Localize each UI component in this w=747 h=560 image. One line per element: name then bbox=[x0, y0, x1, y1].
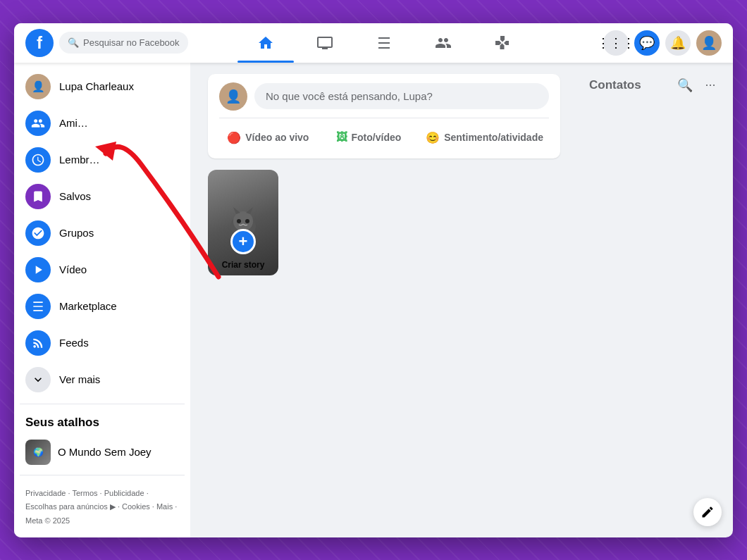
facebook-logo[interactable]: f bbox=[25, 29, 54, 57]
contacts-search-button[interactable]: 🔍 bbox=[674, 74, 696, 97]
friends-icon bbox=[25, 111, 51, 136]
shortcut-omundo-label: O Mundo Sem Joey bbox=[58, 446, 152, 458]
nav-right: ⋮⋮⋮ 💬 🔔 👤 bbox=[581, 30, 722, 56]
nav-left: f 🔍 Pesquisar no Facebook bbox=[25, 29, 188, 57]
tab-people[interactable] bbox=[415, 23, 471, 63]
center-feed: 👤 No que você está pensando, Lupa? 🔴 Víd… bbox=[190, 63, 578, 537]
main-content: 👤 Lupa Charleaux Ami… Lembr… bbox=[14, 63, 733, 537]
photo-label: Foto/vídeo bbox=[352, 132, 402, 143]
feeling-label: Sentimento/atividade bbox=[444, 132, 543, 143]
sidebar-item-profile[interactable]: 👤 Lupa Charleaux bbox=[20, 68, 185, 105]
sidebar-item-groups[interactable]: Grupos bbox=[20, 215, 185, 251]
friends-label: Ami… bbox=[59, 117, 88, 129]
more-label: Ver mais bbox=[59, 373, 100, 385]
notifications-button[interactable]: 🔔 bbox=[665, 30, 691, 56]
contacts-options-button[interactable]: ··· bbox=[699, 74, 722, 97]
composer-input[interactable]: No que você está pensando, Lupa? bbox=[254, 83, 549, 109]
shortcut-omundo[interactable]: 🌍 O Mundo Sem Joey bbox=[20, 435, 185, 469]
search-icon: 🔍 bbox=[68, 37, 79, 48]
tab-home[interactable] bbox=[237, 23, 294, 63]
memories-label: Lembr… bbox=[59, 154, 100, 166]
edit-float-button[interactable] bbox=[693, 498, 722, 526]
sidebar-item-saved[interactable]: Salvos bbox=[20, 178, 185, 215]
feeling-icon: 😊 bbox=[426, 131, 440, 144]
tab-watch[interactable] bbox=[297, 23, 353, 63]
svg-point-1 bbox=[233, 211, 253, 231]
composer-action-live[interactable]: 🔴 Vídeo ao vivo bbox=[219, 125, 317, 150]
sidebar-divider-1 bbox=[20, 404, 185, 404]
live-label: Vídeo ao vivo bbox=[245, 132, 309, 143]
search-bar[interactable]: 🔍 Pesquisar no Facebook bbox=[59, 32, 188, 54]
saved-label: Salvos bbox=[59, 190, 91, 202]
feeds-icon bbox=[25, 330, 51, 356]
grid-menu-button[interactable]: ⋮⋮⋮ bbox=[603, 30, 629, 56]
sidebar-item-video[interactable]: Vídeo bbox=[20, 251, 185, 288]
composer-actions: 🔴 Vídeo ao vivo 🖼 Foto/vídeo 😊 Sentiment… bbox=[219, 118, 549, 150]
marketplace-label: Marketplace bbox=[59, 300, 117, 312]
groups-icon bbox=[25, 220, 51, 246]
footer-terms[interactable]: Termos bbox=[72, 489, 97, 497]
top-navigation: f 🔍 Pesquisar no Facebook bbox=[14, 23, 733, 63]
messenger-button[interactable]: 💬 bbox=[634, 30, 660, 56]
video-icon bbox=[25, 257, 51, 282]
footer-privacy[interactable]: Privacidade bbox=[25, 489, 66, 497]
memories-icon bbox=[25, 147, 51, 173]
composer-action-feeling[interactable]: 😊 Sentimento/atividade bbox=[420, 125, 549, 150]
sidebar-footer: Privacidade · Termos · Publicidade · Esc… bbox=[20, 481, 185, 534]
tab-gaming[interactable] bbox=[474, 23, 531, 63]
saved-icon bbox=[25, 184, 51, 209]
feeds-label: Feeds bbox=[59, 337, 89, 349]
footer-ads[interactable]: Publicidade bbox=[104, 489, 144, 497]
contacts-title: Contatos bbox=[589, 78, 641, 92]
more-icon bbox=[25, 367, 51, 392]
create-story-card[interactable]: + Criar story bbox=[208, 170, 278, 275]
user-avatar-button[interactable]: 👤 bbox=[696, 30, 722, 56]
sidebar-profile-name: Lupa Charleaux bbox=[59, 80, 134, 92]
composer-top: 👤 No que você está pensando, Lupa? bbox=[219, 82, 549, 111]
footer-cookies[interactable]: Cookies bbox=[122, 502, 150, 511]
right-sidebar: Contatos 🔍 ··· bbox=[578, 63, 733, 537]
search-placeholder: Pesquisar no Facebook bbox=[83, 37, 180, 48]
tab-store[interactable] bbox=[356, 23, 412, 63]
sidebar-item-marketplace[interactable]: Marketplace bbox=[20, 288, 185, 325]
contacts-icons: 🔍 ··· bbox=[674, 74, 722, 97]
sidebar-item-more[interactable]: Ver mais bbox=[20, 361, 185, 398]
create-story-plus[interactable]: + bbox=[230, 229, 256, 254]
nav-center bbox=[188, 23, 581, 63]
marketplace-icon bbox=[25, 294, 51, 319]
composer-action-photo[interactable]: 🖼 Foto/vídeo bbox=[320, 125, 418, 150]
sidebar-item-memories[interactable]: Lembr… bbox=[20, 142, 185, 178]
left-sidebar: 👤 Lupa Charleaux Ami… Lembr… bbox=[14, 63, 190, 537]
sidebar-item-feeds[interactable]: Feeds bbox=[20, 325, 185, 361]
create-story-label: Criar story bbox=[208, 260, 278, 270]
stories-section: + Criar story bbox=[208, 170, 560, 278]
svg-point-2 bbox=[237, 219, 241, 223]
sidebar-item-friends[interactable]: Ami… bbox=[20, 105, 185, 142]
groups-label: Grupos bbox=[59, 227, 94, 239]
footer-adchoices[interactable]: Escolhas para anúncios ▶ bbox=[25, 502, 116, 511]
sidebar-divider-2 bbox=[20, 475, 185, 475]
photo-icon: 🖼 bbox=[336, 131, 347, 144]
footer-more[interactable]: Mais bbox=[156, 502, 173, 511]
shortcut-avatar-omundo: 🌍 bbox=[25, 440, 51, 465]
composer-avatar: 👤 bbox=[219, 82, 247, 111]
live-icon: 🔴 bbox=[227, 131, 241, 144]
post-composer: 👤 No que você está pensando, Lupa? 🔴 Víd… bbox=[208, 74, 560, 158]
footer-meta: Meta © 2025 bbox=[25, 516, 70, 525]
video-label: Vídeo bbox=[59, 263, 87, 275]
svg-point-3 bbox=[245, 219, 249, 223]
contacts-header: Contatos 🔍 ··· bbox=[589, 74, 722, 97]
shortcuts-title: Seus atalhos bbox=[20, 410, 185, 435]
profile-avatar-icon: 👤 bbox=[25, 74, 51, 99]
